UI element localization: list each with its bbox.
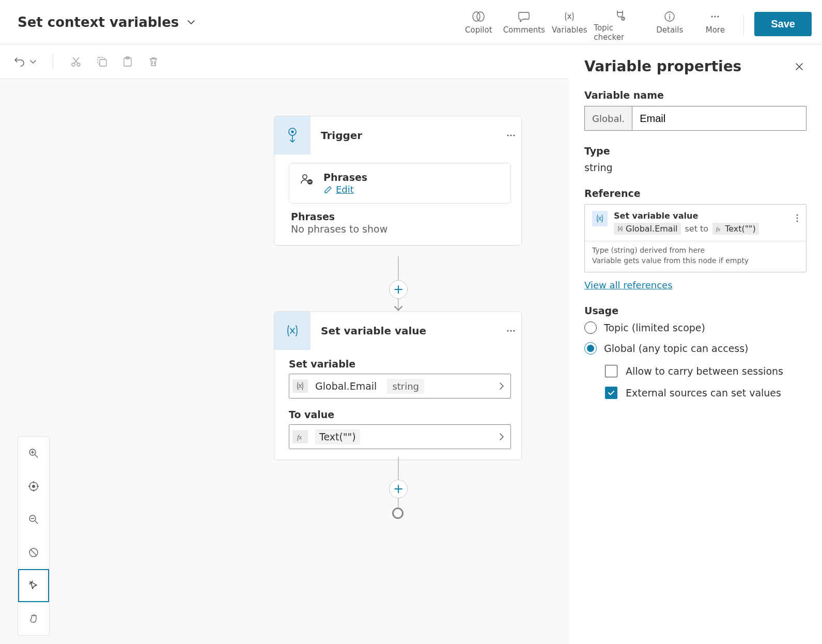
divider: [53, 54, 53, 69]
node-more-button[interactable]: [501, 116, 521, 155]
variables-icon: [563, 10, 576, 23]
copilot-icon: [472, 10, 485, 23]
variable-name-field[interactable]: Global.: [584, 106, 807, 131]
usage-global-radio[interactable]: Global (any topic can access): [584, 342, 807, 355]
comments-icon: [518, 10, 530, 23]
svg-point-9: [77, 63, 80, 66]
cut-button[interactable]: [69, 54, 83, 69]
add-node-button[interactable]: +: [389, 280, 408, 299]
copilot-button[interactable]: Copilot: [457, 10, 500, 41]
undo-split-button[interactable]: [13, 55, 37, 68]
svg-point-31: [797, 214, 798, 216]
variables-button[interactable]: Variables: [548, 10, 591, 41]
carry-sessions-label: Allow to carry between sessions: [626, 365, 783, 377]
header-tools: Copilot Comments Variables Topic checker…: [457, 4, 812, 41]
copy-button[interactable]: [95, 54, 109, 69]
phrases-card: Phrases Edit: [289, 163, 511, 204]
comments-label: Comments: [503, 25, 545, 35]
save-button[interactable]: Save: [754, 12, 812, 36]
paste-button[interactable]: [120, 54, 135, 69]
formula-chip-icon: fx: [292, 430, 308, 443]
zoom-in-button[interactable]: [18, 437, 49, 470]
more-button[interactable]: More: [694, 10, 736, 41]
delete-button[interactable]: [146, 54, 161, 69]
comments-button[interactable]: Comments: [503, 10, 545, 41]
node-more-button[interactable]: [501, 312, 521, 350]
phrases-icon: [299, 172, 314, 187]
radio-checked-icon: [584, 342, 597, 355]
carry-sessions-checkbox[interactable]: Allow to carry between sessions: [605, 365, 807, 377]
trigger-node[interactable]: Trigger Phrases: [274, 116, 522, 246]
more-label: More: [706, 25, 725, 35]
phrases-empty-text: No phrases to show: [289, 223, 511, 235]
details-label: Details: [656, 25, 683, 35]
reference-setto: set to: [685, 224, 709, 234]
topic-checker-label: Topic checker: [594, 23, 645, 42]
reference-more-button[interactable]: [794, 211, 799, 223]
reference-title: Set variable value: [614, 211, 787, 221]
set-variable-node[interactable]: Set variable value Set variable Global.E…: [274, 311, 522, 460]
usage-global-label: Global (any topic can access): [604, 343, 749, 354]
node-header: Set variable value: [274, 312, 521, 350]
usage-topic-radio[interactable]: Topic (limited scope): [584, 321, 807, 334]
topic-checker-icon: [613, 10, 626, 21]
checkbox-unchecked-icon: [605, 365, 617, 377]
panel-title: Variable properties: [584, 58, 792, 75]
variable-icon: [592, 211, 608, 226]
variable-name-input[interactable]: [632, 106, 806, 130]
select-tool-button[interactable]: [18, 569, 49, 602]
node-title: Set variable value: [311, 325, 501, 337]
info-icon: [664, 10, 675, 23]
view-all-references-link[interactable]: View all references: [584, 280, 673, 290]
svg-point-17: [510, 134, 511, 136]
radio-unchecked-icon: [584, 321, 597, 334]
zoom-out-button[interactable]: [18, 503, 49, 536]
edit-label: Edit: [336, 184, 354, 195]
usage-label: Usage: [584, 305, 807, 316]
reference-sub1: Type (string) derived from here: [592, 246, 799, 256]
edit-phrases-link[interactable]: Edit: [323, 184, 367, 195]
topic-checker-button[interactable]: Topic checker: [594, 10, 645, 41]
type-value: string: [584, 162, 807, 173]
variables-label: Variables: [552, 25, 587, 35]
topic-title: Set context variables: [18, 14, 179, 30]
external-sources-checkbox[interactable]: External sources can set values: [605, 387, 807, 399]
pan-tool-button[interactable]: [18, 602, 49, 635]
svg-point-8: [72, 63, 75, 66]
close-button[interactable]: [792, 59, 807, 74]
variable-properties-panel: Variable properties Variable name Global…: [569, 44, 822, 644]
set-variable-label: Set variable: [289, 358, 511, 370]
usage-radio-group: Topic (limited scope) Global (any topic …: [584, 321, 807, 355]
node-header: Trigger: [274, 116, 521, 155]
phrases-title: Phrases: [323, 172, 367, 183]
copilot-label: Copilot: [465, 25, 492, 35]
to-value-text: Text(""): [315, 429, 360, 444]
fit-view-button[interactable]: [18, 470, 49, 503]
chevron-down-icon: [29, 57, 37, 66]
to-value-picker[interactable]: fx Text(""): [289, 424, 511, 449]
checkbox-checked-icon: [605, 387, 617, 399]
set-variable-picker[interactable]: Global.Email string: [289, 374, 511, 398]
svg-point-16: [507, 134, 508, 136]
undo-icon: [13, 55, 26, 68]
reset-zoom-button[interactable]: [18, 536, 49, 569]
reference-card[interactable]: Set variable value Global.Email set to f…: [584, 204, 807, 272]
svg-point-23: [513, 330, 515, 331]
svg-text:fx: fx: [297, 433, 302, 441]
reference-label: Reference: [584, 188, 807, 199]
topic-title-dropdown[interactable]: Set context variables: [18, 14, 196, 30]
svg-rect-11: [100, 59, 106, 66]
chevron-right-icon: [498, 381, 505, 391]
variable-scope-prefix: Global.: [585, 106, 632, 130]
reference-variable-chip: Global.Email: [614, 223, 681, 235]
svg-point-1: [477, 12, 484, 21]
variable-chip-icon: [292, 379, 308, 393]
details-button[interactable]: Details: [648, 10, 691, 41]
add-node-button[interactable]: +: [389, 480, 408, 498]
svg-text:fx: fx: [716, 226, 720, 232]
usage-topic-label: Topic (limited scope): [604, 322, 705, 333]
type-label: Type: [584, 145, 807, 157]
reference-value-chip: fx Text(""): [712, 223, 759, 235]
edit-icon: [323, 185, 333, 194]
more-icon: [709, 10, 721, 23]
